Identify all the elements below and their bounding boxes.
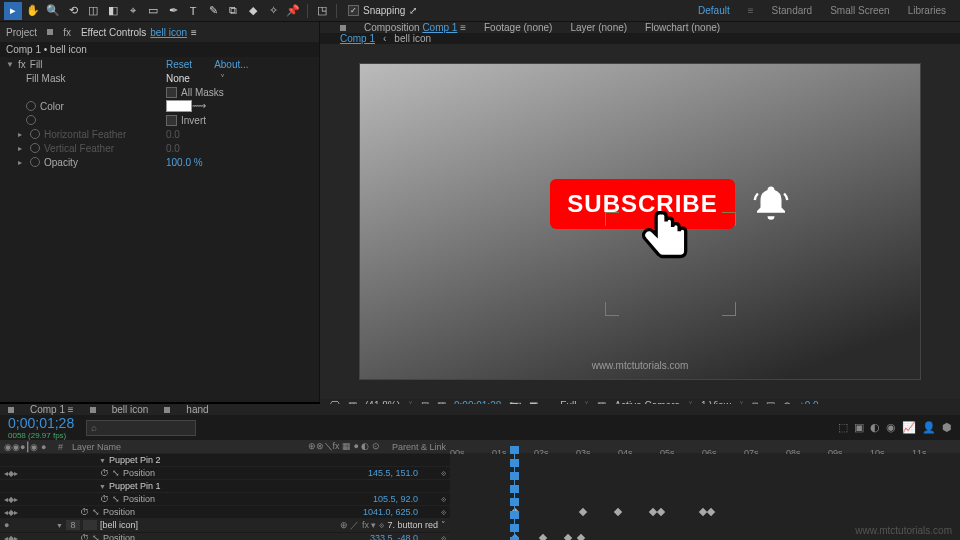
current-timecode[interactable]: 0;00;01;28 (8, 415, 74, 431)
workspace-standard[interactable]: Standard (772, 5, 813, 16)
graph-editor-icon[interactable]: 📈 (902, 421, 916, 434)
stopwatch-icon[interactable] (30, 143, 40, 153)
parent-header[interactable]: Parent & Link (392, 442, 446, 452)
composition-tab[interactable]: Composition (364, 22, 420, 33)
footer-watermark: www.mtctutorials.com (855, 525, 952, 536)
rotate-tool-icon[interactable]: ◫ (84, 2, 102, 20)
effect-target-link[interactable]: bell icon (150, 27, 187, 38)
hand-tool-icon[interactable]: ✋ (24, 2, 42, 20)
cursor-hand-graphic (630, 204, 702, 274)
h-feather-value[interactable]: 0.0 (166, 129, 180, 140)
eraser-tool-icon[interactable]: ◆ (244, 2, 262, 20)
workspace-small[interactable]: Small Screen (830, 5, 889, 16)
effect-header: Comp 1 • bell icon (0, 42, 319, 57)
opacity-value[interactable]: 100.0 % (166, 157, 203, 168)
stopwatch-icon: ⏱ (80, 507, 89, 517)
workspace-libraries[interactable]: Libraries (908, 5, 946, 16)
invert-label: Invert (181, 115, 206, 126)
camera-tool-icon[interactable]: ◧ (104, 2, 122, 20)
fps-display: 0058 (29.97 fps) (8, 431, 74, 440)
stopwatch-icon[interactable] (26, 115, 36, 125)
selection-tool-icon[interactable]: ▸ (4, 2, 22, 20)
v-feather-value[interactable]: 0.0 (166, 143, 180, 154)
close-icon[interactable] (90, 407, 96, 413)
layer-name-header[interactable]: Layer Name (72, 442, 121, 452)
timeline-search-input[interactable] (86, 420, 196, 436)
fx-icon: fx (63, 27, 71, 38)
snapping-options-icon[interactable]: ⤢ (409, 5, 417, 16)
close-icon[interactable] (8, 407, 14, 413)
crop-corner (722, 302, 736, 316)
motion-blur-icon[interactable]: ◉ (886, 421, 896, 434)
effect-controls-panel: Project fx Effect Controls bell icon ≡ C… (0, 22, 320, 402)
breadcrumb-layer[interactable]: bell icon (394, 33, 431, 44)
close-icon[interactable] (47, 29, 53, 35)
frame-blend-icon[interactable]: ◐ (870, 421, 880, 434)
visibility-eye-icon: ● (4, 520, 14, 530)
zoom-tool-icon[interactable]: 🔍 (44, 2, 62, 20)
close-icon[interactable] (340, 25, 346, 31)
workspace-default[interactable]: Default (698, 5, 730, 16)
all-masks-label: All Masks (181, 87, 224, 98)
stopwatch-icon: ⏱ (80, 533, 89, 540)
shy-icon[interactable]: 👤 (922, 421, 936, 434)
fill-mask-label: Fill Mask (6, 73, 166, 84)
separator (336, 4, 337, 18)
pen-tool-icon[interactable]: ✒ (164, 2, 182, 20)
timeline-tab-bell[interactable]: bell icon (112, 404, 149, 415)
fill-mask-value[interactable]: None (166, 73, 190, 84)
workspace-tabs: Default ≡ Standard Small Screen Librarie… (698, 5, 956, 16)
flowchart-tab[interactable]: Flowchart (none) (645, 22, 720, 33)
clone-tool-icon[interactable]: ⧉ (224, 2, 242, 20)
color-swatch[interactable] (166, 100, 192, 112)
link-icon: ⟐ (441, 533, 446, 540)
comp-flowchart-icon[interactable]: ⬚ (838, 421, 848, 434)
close-icon[interactable] (164, 407, 170, 413)
stopwatch-icon: ⏱ (100, 494, 109, 504)
type-tool-icon[interactable]: T (184, 2, 202, 20)
shape-tool-icon[interactable]: ▭ (144, 2, 162, 20)
composition-viewer[interactable]: SUBSCRIBE www.mtctutorials.com (320, 44, 960, 399)
footage-tab[interactable]: Footage (none) (484, 22, 552, 33)
color-label: Color (40, 101, 64, 112)
snapping-checkbox-icon[interactable] (348, 5, 359, 16)
v-feather-label: Vertical Feather (44, 143, 114, 154)
reset-link[interactable]: Reset (166, 59, 192, 70)
stopwatch-icon[interactable] (26, 101, 36, 111)
local-axis-icon[interactable]: ◳ (313, 2, 331, 20)
effect-name[interactable]: Fill (30, 59, 43, 70)
timeline-tab-hand[interactable]: hand (186, 404, 208, 415)
breadcrumb-comp[interactable]: Comp 1 (340, 33, 375, 44)
crop-corner (722, 212, 736, 226)
about-link[interactable]: About... (214, 59, 248, 70)
brush-tool-icon[interactable]: ✎ (204, 2, 222, 20)
effect-controls-tab[interactable]: Effect Controls (81, 27, 146, 38)
composition-canvas[interactable]: SUBSCRIBE www.mtctutorials.com (360, 64, 920, 379)
link-icon: ⟐ (379, 520, 384, 530)
opacity-label: Opacity (44, 157, 78, 168)
invert-checkbox[interactable] (166, 115, 177, 126)
comp-name-link[interactable]: Comp 1 (422, 22, 457, 33)
roto-tool-icon[interactable]: ✧ (264, 2, 282, 20)
timeline-tab-comp[interactable]: Comp 1 ≡ (30, 404, 74, 415)
link-icon: ⟐ (441, 507, 446, 517)
stopwatch-icon[interactable] (30, 129, 40, 139)
project-tab[interactable]: Project (6, 27, 37, 38)
brainstorm-icon[interactable]: ⬢ (942, 421, 952, 434)
all-masks-checkbox[interactable] (166, 87, 177, 98)
puppet-tool-icon[interactable]: 📌 (284, 2, 302, 20)
crop-corner (605, 212, 619, 226)
eyedropper-icon[interactable]: ⟿ (192, 100, 204, 112)
crop-corner (605, 302, 619, 316)
main-toolbar: ▸ ✋ 🔍 ⟲ ◫ ◧ ⌖ ▭ ✒ T ✎ ⧉ ◆ ✧ 📌 ◳ Snapping… (0, 0, 960, 22)
stopwatch-icon[interactable] (30, 157, 40, 167)
layer-tab[interactable]: Layer (none) (570, 22, 627, 33)
separator (307, 4, 308, 18)
composition-panel: Composition Comp 1 ≡ Footage (none) Laye… (320, 22, 960, 402)
link-icon: ⟐ (441, 468, 446, 478)
bell-icon-graphic (748, 179, 793, 229)
orbit-tool-icon[interactable]: ⟲ (64, 2, 82, 20)
snapping-toggle[interactable]: Snapping ⤢ (348, 5, 417, 16)
anchor-tool-icon[interactable]: ⌖ (124, 2, 142, 20)
draft3d-icon[interactable]: ▣ (854, 421, 864, 434)
